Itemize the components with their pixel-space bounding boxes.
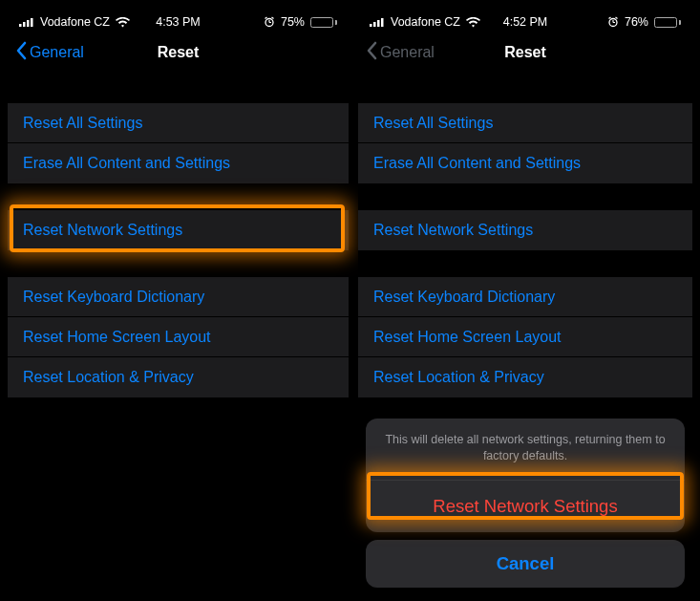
svg-rect-3: [31, 18, 33, 27]
reset-location-privacy-row[interactable]: Reset Location & Privacy: [8, 357, 349, 397]
row-label: Reset Location & Privacy: [373, 369, 544, 386]
wifi-icon: [116, 17, 130, 28]
reset-keyboard-dictionary-row[interactable]: Reset Keyboard Dictionary: [8, 277, 349, 317]
reset-all-settings-row: Reset All Settings: [358, 103, 692, 143]
alarm-icon: [607, 16, 619, 28]
svg-rect-12: [381, 18, 384, 27]
carrier-label: Vodafone CZ: [40, 15, 110, 29]
svg-rect-11: [377, 20, 380, 27]
svg-rect-10: [373, 22, 376, 27]
settings-group-2: Reset Network Settings: [358, 210, 692, 250]
alarm-icon: [264, 16, 275, 28]
settings-group-3: Reset Keyboard Dictionary Reset Home Scr…: [8, 277, 349, 397]
wifi-icon: [466, 17, 480, 28]
signal-icon: [370, 17, 385, 27]
row-label: Reset Location & Privacy: [23, 369, 194, 386]
row-label: Reset Network Settings: [23, 222, 182, 239]
row-label: Reset Home Screen Layout: [23, 329, 211, 346]
reset-network-settings-row: Reset Network Settings: [358, 210, 692, 250]
svg-rect-2: [27, 20, 30, 27]
row-label: Reset All Settings: [23, 115, 142, 132]
svg-rect-1: [23, 22, 26, 27]
svg-line-8: [271, 17, 273, 19]
battery-percent-label: 75%: [281, 15, 305, 29]
cancel-button[interactable]: Cancel: [366, 540, 685, 588]
row-label: Reset Keyboard Dictionary: [373, 289, 555, 306]
svg-line-16: [608, 17, 610, 19]
back-button: General: [366, 41, 435, 64]
svg-rect-0: [19, 24, 22, 27]
chevron-left-icon: [366, 41, 378, 64]
row-label: Erase All Content and Settings: [373, 155, 581, 172]
reset-location-privacy-row: Reset Location & Privacy: [358, 357, 692, 397]
settings-group-1: Reset All Settings Erase All Content and…: [358, 103, 692, 183]
row-label: Reset Network Settings: [373, 222, 533, 239]
erase-all-content-row: Erase All Content and Settings: [358, 143, 692, 183]
reset-keyboard-dictionary-row: Reset Keyboard Dictionary: [358, 277, 692, 317]
carrier-label: Vodafone CZ: [391, 15, 460, 29]
nav-bar: General Reset: [8, 32, 349, 73]
action-sheet-message: This will delete all network settings, r…: [366, 419, 685, 481]
phone-right: Vodafone CZ 4:52 PM 76% General Reset: [358, 11, 692, 590]
clock-label: 4:53 PM: [156, 15, 201, 29]
row-label: Erase All Content and Settings: [23, 155, 230, 172]
settings-group-1: Reset All Settings Erase All Content and…: [8, 103, 349, 183]
phone-left: Vodafone CZ 4:53 PM 75% General Reset: [8, 11, 349, 590]
reset-home-screen-layout-row: Reset Home Screen Layout: [358, 317, 692, 357]
back-label: General: [30, 44, 84, 61]
confirm-reset-button[interactable]: Reset Network Settings: [366, 481, 685, 532]
svg-rect-9: [370, 24, 372, 27]
settings-group-2: Reset Network Settings: [8, 210, 349, 250]
settings-group-3: Reset Keyboard Dictionary Reset Home Scr…: [358, 277, 692, 397]
back-label: General: [380, 44, 435, 61]
status-bar: Vodafone CZ 4:52 PM 76%: [358, 11, 692, 32]
back-button[interactable]: General: [15, 41, 84, 64]
reset-all-settings-row[interactable]: Reset All Settings: [8, 103, 349, 143]
battery-percent-label: 76%: [625, 15, 648, 29]
row-label: Reset Keyboard Dictionary: [23, 289, 204, 306]
status-bar: Vodafone CZ 4:53 PM 75%: [8, 11, 349, 32]
nav-bar: General Reset: [358, 32, 692, 73]
row-label: Reset Home Screen Layout: [373, 329, 562, 346]
row-label: Reset All Settings: [373, 115, 493, 132]
chevron-left-icon: [15, 41, 28, 64]
clock-label: 4:52 PM: [503, 15, 548, 29]
erase-all-content-row[interactable]: Erase All Content and Settings: [8, 143, 349, 183]
signal-icon: [19, 17, 34, 27]
action-sheet: This will delete all network settings, r…: [366, 419, 685, 588]
svg-line-7: [265, 17, 266, 19]
battery-icon: [310, 17, 337, 28]
svg-line-17: [615, 17, 617, 19]
reset-home-screen-layout-row[interactable]: Reset Home Screen Layout: [8, 317, 349, 357]
action-sheet-card: This will delete all network settings, r…: [366, 419, 685, 532]
reset-network-settings-row[interactable]: Reset Network Settings: [8, 210, 349, 250]
battery-icon: [654, 17, 681, 28]
